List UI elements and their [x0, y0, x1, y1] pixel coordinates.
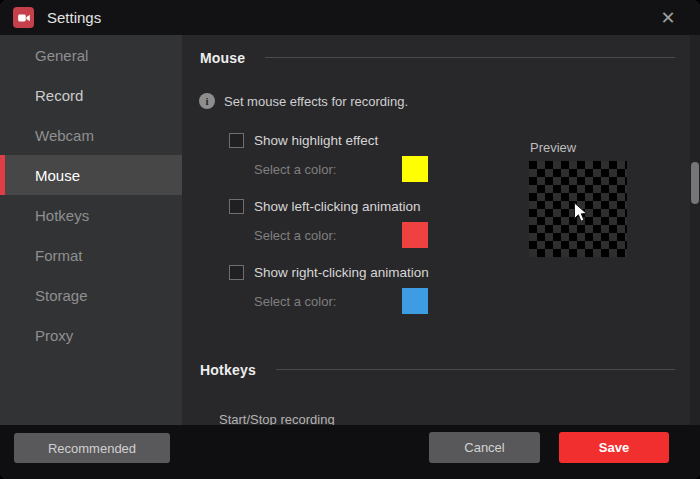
- select-color-label: Select a color:: [254, 228, 402, 243]
- option-checkbox[interactable]: [229, 265, 244, 280]
- sidebar-item-label: Format: [35, 247, 83, 264]
- sidebar-item[interactable]: Hotkeys: [0, 195, 182, 235]
- scrollbar-track[interactable]: [690, 35, 700, 425]
- sidebar-item-label: Hotkeys: [35, 207, 89, 224]
- sidebar-item-label: General: [35, 47, 88, 64]
- sidebar-item-label: Storage: [35, 287, 88, 304]
- sidebar-item-label: Proxy: [35, 327, 73, 344]
- sidebar-item[interactable]: Record: [0, 75, 182, 115]
- settings-window: Settings ✕ General Record Webcam Mouse: [0, 0, 700, 479]
- cursor-icon: [573, 202, 591, 225]
- option-label: Show right-clicking animation: [254, 265, 429, 280]
- color-row: Select a color:: [254, 156, 700, 182]
- cancel-button[interactable]: Cancel: [429, 432, 540, 463]
- option-checkbox[interactable]: [229, 199, 244, 214]
- sidebar-item[interactable]: Format: [0, 235, 182, 275]
- recorder-logo-icon: [13, 7, 34, 28]
- option-label: Show highlight effect: [254, 133, 378, 148]
- checkbox-row: Show highlight effect: [229, 132, 700, 148]
- sidebar-item[interactable]: Proxy: [0, 315, 182, 355]
- select-color-label: Select a color:: [254, 294, 402, 309]
- info-icon: i: [199, 93, 215, 109]
- sidebar-item[interactable]: Storage: [0, 275, 182, 315]
- sidebar-item-label: Mouse: [35, 167, 80, 184]
- section-divider: [265, 57, 675, 58]
- settings-sidebar: General Record Webcam Mouse Hotkeys: [0, 35, 182, 425]
- mouse-section-title: Mouse: [200, 50, 245, 66]
- sidebar-item[interactable]: Webcam: [0, 115, 182, 155]
- preview-checkerboard: [529, 161, 627, 257]
- option-label: Show left-clicking animation: [254, 199, 421, 214]
- sidebar-item[interactable]: Mouse: [0, 155, 182, 195]
- footer-bar: Recommended Cancel Save: [0, 425, 700, 479]
- mouse-option-group: Show right-clicking animation Select a c…: [182, 264, 700, 314]
- option-checkbox[interactable]: [229, 133, 244, 148]
- scrollbar-thumb[interactable]: [691, 162, 699, 204]
- color-row: Select a color:: [254, 222, 700, 248]
- info-text: Set mouse effects for recording.: [224, 94, 408, 109]
- preview-area: Preview: [529, 140, 627, 257]
- preview-label: Preview: [530, 140, 627, 155]
- checkbox-row: Show right-clicking animation: [229, 264, 700, 280]
- color-swatch[interactable]: [402, 156, 428, 182]
- hotkeys-section-header: Hotkeys: [200, 360, 687, 379]
- video-camera-icon: [17, 11, 31, 25]
- sidebar-item-label: Record: [35, 87, 83, 104]
- selected-accent-bar: [0, 155, 5, 195]
- mouse-section-header: Mouse: [200, 48, 687, 67]
- hotkeys-section-title: Hotkeys: [200, 362, 256, 378]
- sidebar-item-label: Webcam: [35, 127, 94, 144]
- title-bar: Settings ✕: [0, 0, 700, 35]
- page-title: Settings: [47, 9, 101, 26]
- recommended-button[interactable]: Recommended: [14, 433, 170, 463]
- hotkey-item-label: Start/Stop recording: [219, 412, 700, 425]
- select-color-label: Select a color:: [254, 162, 402, 177]
- color-swatch[interactable]: [402, 222, 428, 248]
- close-icon[interactable]: ✕: [648, 0, 688, 35]
- main-panel: Mouse i Set mouse effects for recording.…: [182, 35, 700, 425]
- color-swatch[interactable]: [402, 288, 428, 314]
- color-row: Select a color:: [254, 288, 700, 314]
- info-row: i Set mouse effects for recording.: [199, 92, 700, 110]
- section-divider: [276, 369, 675, 370]
- save-button[interactable]: Save: [559, 432, 669, 463]
- checkbox-row: Show left-clicking animation: [229, 198, 700, 214]
- sidebar-item[interactable]: General: [0, 35, 182, 75]
